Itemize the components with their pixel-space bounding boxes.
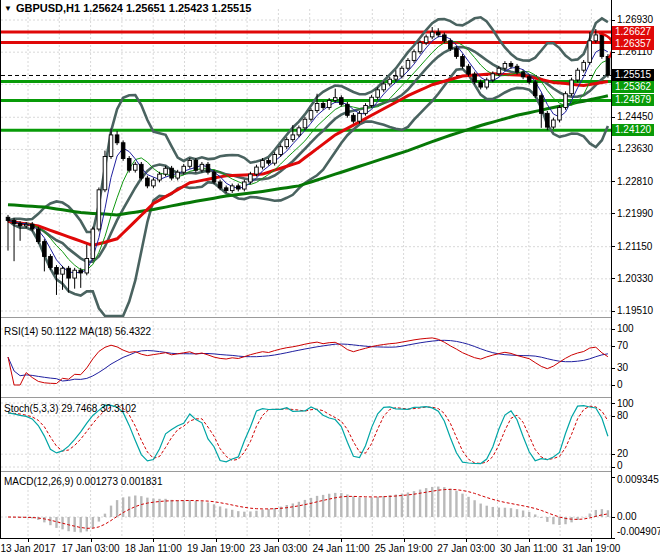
time-tick-mark xyxy=(91,539,92,542)
rsi-panel xyxy=(8,338,608,385)
price-tick-label: 1.19510 xyxy=(617,305,653,316)
current-price-badge[interactable]: 1.25515 xyxy=(612,69,654,81)
time-tick-mark xyxy=(341,539,342,542)
rsi-ma-line xyxy=(8,340,608,381)
panel-splitter[interactable] xyxy=(0,397,612,398)
time-tick-mark xyxy=(28,539,29,542)
indicator-tick-label: 0.009345 xyxy=(617,474,659,485)
panel-splitter[interactable] xyxy=(0,471,612,472)
time-label: 18 Jan 11:00 xyxy=(125,543,182,554)
candlesticks xyxy=(6,27,610,295)
stoch-indicator-label: Stoch(5,3,3) 29.7468 30.3102 xyxy=(4,403,136,414)
time-label: 23 Jan 03:00 xyxy=(249,543,307,554)
price-tick-label: 1.21150 xyxy=(617,241,652,252)
support-price-badge[interactable]: 1.25362 xyxy=(612,81,654,93)
time-label: 13 Jan 2017 xyxy=(0,543,55,554)
chart-canvas[interactable] xyxy=(0,0,612,539)
price-tick-label: 1.20330 xyxy=(617,273,653,284)
indicator-tick-label: -0.004907 xyxy=(617,526,660,537)
price-tick-label: 1.23630 xyxy=(617,143,653,154)
time-tick-mark xyxy=(466,539,467,542)
indicator-tick-label: 80 xyxy=(617,410,628,421)
mt4-chart-window: ▼GBPUSD,H1 1.25624 1.25651 1.25423 1.255… xyxy=(0,0,660,560)
time-label: 19 Jan 19:00 xyxy=(187,543,245,554)
price-tick-label: 1.21990 xyxy=(617,208,653,219)
indicator-tick-label: 100 xyxy=(617,323,634,334)
chart-title: ▼GBPUSD,H1 1.25624 1.25651 1.25423 1.255… xyxy=(4,2,251,14)
symbol-ohlc-readout: GBPUSD,H1 1.25624 1.25651 1.25423 1.2551… xyxy=(16,2,251,14)
plot-left-border xyxy=(0,0,1,539)
rsi-indicator-label: RSI(14) 50.1122 MA(18) 56.4322 xyxy=(4,326,151,337)
indicator-tick-label: 20 xyxy=(617,448,628,459)
time-tick-mark xyxy=(591,539,592,542)
indicator-tick-label: 30 xyxy=(617,362,628,373)
time-label: 31 Jan 19:00 xyxy=(562,543,620,554)
panel-splitter[interactable] xyxy=(0,317,612,318)
macd-indicator-label: MACD(12,26,9) 0.001273 0.001831 xyxy=(4,476,162,487)
price-tick-label: 1.26930 xyxy=(617,14,653,25)
time-label: 27 Jan 03:00 xyxy=(437,543,495,554)
time-label: 30 Jan 11:00 xyxy=(500,543,557,554)
time-tick-mark xyxy=(529,539,530,542)
indicator-tick-label: 0 xyxy=(617,460,623,471)
time-tick-mark xyxy=(216,539,217,542)
price-tick-label: 1.24450 xyxy=(617,111,653,122)
macd-panel xyxy=(8,487,608,533)
bollinger-bands xyxy=(8,17,608,316)
rsi-line xyxy=(8,338,608,385)
time-label: 25 Jan 19:00 xyxy=(375,543,433,554)
stoch-signal-line xyxy=(8,406,608,464)
resistance-price-badge[interactable]: 1.26627 xyxy=(612,26,654,38)
indicator-tick-label: 0 xyxy=(617,379,623,390)
indicator-tick-label: 0.00 xyxy=(617,511,636,522)
macd-signal-line xyxy=(8,489,608,528)
time-tick-mark xyxy=(153,539,154,542)
indicator-tick-label: 70 xyxy=(617,340,628,351)
price-tick-label: 1.22810 xyxy=(617,176,653,187)
support-price-badge[interactable]: 1.24120 xyxy=(612,124,654,136)
time-tick-mark xyxy=(404,539,405,542)
plot-bottom-border xyxy=(0,538,612,539)
dropdown-arrow-icon[interactable]: ▼ xyxy=(4,4,12,13)
time-label: 17 Jan 03:00 xyxy=(62,543,120,554)
indicator-tick-label: 100 xyxy=(617,398,634,409)
time-tick-mark xyxy=(278,539,279,542)
support-price-badge[interactable]: 1.24879 xyxy=(612,94,654,106)
resistance-price-badge[interactable]: 1.26357 xyxy=(612,38,654,50)
time-label: 24 Jan 11:00 xyxy=(312,543,369,554)
